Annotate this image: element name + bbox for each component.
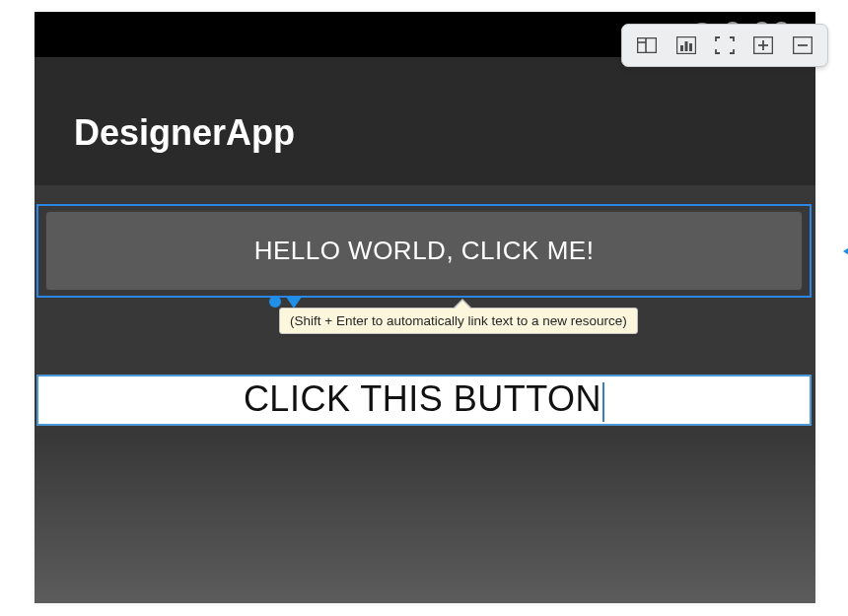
bar-chart-icon — [676, 36, 696, 54]
resize-handle-right-icon[interactable] — [843, 243, 848, 259]
button-text-input[interactable]: CLICK THIS BUTTON — [38, 376, 810, 424]
minimize-icon — [793, 36, 813, 54]
selection-frame-textfield[interactable]: CLICK THIS BUTTON — [36, 375, 812, 426]
app-bar: DesignerApp — [35, 57, 815, 185]
hello-world-button-label: HELLO WORLD, CLICK ME! — [254, 236, 595, 266]
svg-rect-5 — [684, 41, 687, 51]
device-frame: 6:00 DesignerApp HELLO WORLD, CLICK ME! … — [35, 12, 815, 603]
add-panel-button[interactable] — [749, 32, 777, 59]
floating-toolbar[interactable] — [621, 24, 828, 67]
text-caret-icon — [602, 382, 604, 422]
add-panel-icon — [753, 36, 773, 54]
hint-tooltip-text: (Shift + Enter to automatically link tex… — [290, 313, 627, 328]
resize-handle-icon[interactable] — [269, 296, 281, 308]
fullscreen-icon — [715, 36, 735, 54]
selection-frame-button[interactable]: HELLO WORLD, CLICK ME! — [36, 204, 812, 298]
layout-split-button[interactable] — [633, 32, 661, 59]
bar-chart-button[interactable] — [672, 32, 700, 59]
minimize-button[interactable] — [789, 32, 816, 59]
svg-rect-0 — [638, 38, 657, 53]
svg-rect-4 — [680, 45, 683, 51]
svg-rect-6 — [689, 43, 692, 51]
fullscreen-button[interactable] — [711, 32, 739, 59]
button-text-value: CLICK THIS BUTTON — [244, 378, 601, 419]
app-title: DesignerApp — [74, 112, 295, 154]
layout-split-icon — [637, 37, 657, 53]
hint-tooltip: (Shift + Enter to automatically link tex… — [279, 308, 638, 334]
hello-world-button[interactable]: HELLO WORLD, CLICK ME! — [45, 211, 803, 291]
